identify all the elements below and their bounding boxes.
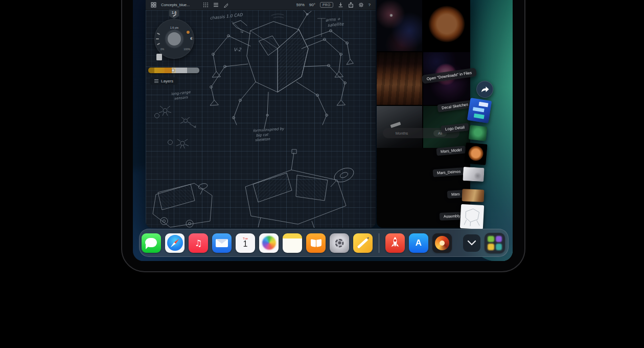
dock-icon-mail[interactable]: [212, 233, 232, 253]
app-library-tile: [496, 236, 502, 243]
chevron-down-icon: [467, 240, 477, 246]
dock-divider: [379, 233, 379, 253]
envelope-icon: [216, 239, 228, 247]
dock-icon-books[interactable]: [306, 233, 326, 253]
drag-and-drop-layer: Open "Downloads" in Files Decal Sketches…: [133, 0, 513, 261]
dock-icon-rocket-app[interactable]: [385, 233, 405, 253]
drag-item-label[interactable]: Mars_Model: [436, 146, 466, 156]
app-store-glyph: A: [416, 238, 422, 248]
drag-thumb-mars-deimos[interactable]: [463, 167, 484, 182]
ipad-device: chassis 1.0 CAD arms + satellite V-2 lon…: [121, 0, 525, 272]
dock-icon-notes[interactable]: [283, 233, 302, 253]
app-library-tile: [488, 236, 494, 243]
app-library-button[interactable]: [485, 233, 505, 253]
drag-thumb-logo-detail[interactable]: [469, 125, 488, 141]
open-book-icon: [311, 240, 321, 247]
dock-icon-safari[interactable]: [165, 233, 185, 253]
music-note-icon: ♫: [194, 238, 202, 248]
drag-thumb-assembly[interactable]: [460, 204, 484, 229]
screen-content: chassis 1.0 CAD arms + satellite V-2 lon…: [133, 0, 513, 261]
drag-thumb-mars[interactable]: [462, 189, 485, 202]
stage: chassis 1.0 CAD arms + satellite V-2 lon…: [0, 0, 644, 348]
swirl-icon: [435, 236, 449, 250]
ipad-screen: chassis 1.0 CAD arms + satellite V-2 lon…: [133, 0, 513, 261]
decal-chip: [478, 102, 488, 107]
rocket-icon: [388, 236, 402, 250]
decal-chip: [474, 114, 485, 119]
drag-thumb-mars-model[interactable]: [464, 142, 487, 165]
dock-icon-app-store[interactable]: A: [409, 233, 428, 253]
app-library-tile: [496, 244, 502, 250]
assembly-sketch-icon: [460, 204, 484, 229]
open-in-files-tooltip[interactable]: Open "Downloads" in Files: [422, 68, 477, 84]
photos-flower-icon: [262, 236, 276, 250]
dock-icon-calendar[interactable]: Tue 1: [236, 233, 255, 253]
dock-icon-settings[interactable]: [330, 233, 349, 253]
pencil-icon: [357, 238, 369, 248]
drag-item-label[interactable]: Logo Detail: [441, 123, 469, 134]
app-library-tile: [488, 244, 494, 250]
dock-icon-concepts[interactable]: [353, 233, 373, 253]
forward-arrow-icon: [480, 84, 490, 95]
drag-item-label[interactable]: Decal Sketches: [437, 100, 473, 112]
dock-icon-swirl-browser[interactable]: [432, 233, 452, 253]
share-forward-button[interactable]: [476, 81, 493, 98]
dock-icon-photos[interactable]: [259, 233, 279, 253]
dock-icon-messages[interactable]: [142, 233, 161, 253]
dock-icon-music[interactable]: ♫: [189, 233, 208, 253]
drag-item-label[interactable]: Mars_Deimos: [433, 167, 465, 177]
dock: ♫ Tue 1: [139, 229, 509, 257]
chevron-down-button[interactable]: [463, 234, 480, 252]
chat-bubble-icon: [145, 238, 157, 247]
decal-chip: [473, 107, 485, 112]
drag-thumb-decal-sketches[interactable]: [467, 98, 492, 123]
gear-icon: [335, 238, 344, 247]
calendar-day: 1: [243, 240, 248, 249]
